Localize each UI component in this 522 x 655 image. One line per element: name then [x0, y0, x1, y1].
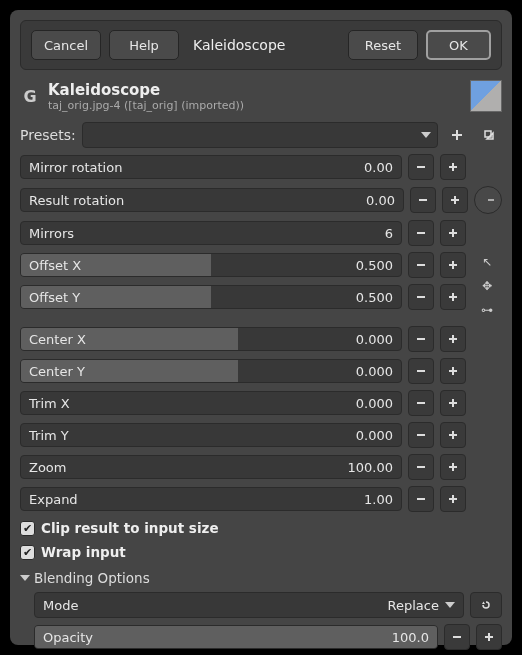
result-rotation-slider[interactable]: Result rotation 0.00 — [20, 188, 404, 212]
gegl-icon: G — [20, 86, 40, 106]
mode-value: Replace — [388, 598, 439, 613]
preview-thumbnail[interactable] — [470, 80, 502, 112]
reset-button[interactable]: Reset — [348, 30, 418, 60]
expand-increment[interactable] — [440, 486, 466, 512]
expand-label: Expand — [21, 492, 78, 507]
offset-y-slider[interactable]: Offset Y0.500 — [20, 285, 402, 309]
clip-label: Clip result to input size — [41, 520, 219, 536]
mirrors-decrement[interactable] — [408, 220, 434, 246]
mode-reset-button[interactable] — [470, 592, 502, 618]
offset-group: Offset X0.500 Offset Y0.500 ↖ ✥ ⊶ — [20, 252, 502, 320]
clip-check-row: ✔ Clip result to input size — [20, 520, 502, 536]
trim-x-value: 0.000 — [356, 396, 401, 411]
wrap-checkbox[interactable]: ✔ — [20, 545, 35, 560]
expand-slider[interactable]: Expand1.00 — [20, 487, 402, 511]
dialog-title: Kaleidoscope — [187, 30, 340, 60]
mirrors-increment[interactable] — [440, 220, 466, 246]
center-x-value: 0.000 — [356, 332, 401, 347]
zoom-label: Zoom — [21, 460, 66, 475]
mode-label: Mode — [43, 598, 78, 613]
zoom-increment[interactable] — [440, 454, 466, 480]
picker-cursor-icon[interactable]: ↖ — [476, 252, 498, 272]
wrap-check-row: ✔ Wrap input — [20, 544, 502, 560]
dialog-window: Cancel Help Kaleidoscope Reset OK G Kale… — [10, 10, 512, 645]
mirrors-row: Mirrors 6 — [20, 220, 502, 246]
opacity-slider[interactable]: Opacity100.0 — [34, 625, 438, 649]
offset-y-row: Offset Y0.500 — [20, 284, 466, 310]
filter-subtitle: taj_orig.jpg-4 ([taj_orig] (imported)) — [48, 99, 244, 112]
trim-x-label: Trim X — [21, 396, 70, 411]
center-y-increment[interactable] — [440, 358, 466, 384]
preset-add-button[interactable] — [444, 122, 470, 148]
result-rotation-label: Result rotation — [21, 193, 124, 208]
presets-label: Presets: — [20, 127, 76, 143]
mode-row: Mode Replace — [34, 592, 502, 618]
trim-x-slider[interactable]: Trim X0.000 — [20, 391, 402, 415]
offset-y-decrement[interactable] — [408, 284, 434, 310]
mirror-rotation-increment[interactable] — [440, 154, 466, 180]
opacity-value: 100.0 — [392, 630, 437, 645]
zoom-row: Zoom100.00 — [20, 454, 502, 480]
mirror-rotation-label: Mirror rotation — [21, 160, 122, 175]
opacity-label: Opacity — [35, 630, 93, 645]
offset-x-label: Offset X — [21, 258, 81, 273]
offset-x-row: Offset X0.500 — [20, 252, 466, 278]
offset-x-value: 0.500 — [356, 258, 401, 273]
help-button[interactable]: Help — [109, 30, 179, 60]
zoom-decrement[interactable] — [408, 454, 434, 480]
cancel-button[interactable]: Cancel — [31, 30, 101, 60]
center-y-decrement[interactable] — [408, 358, 434, 384]
filter-name: Kaleidoscope — [48, 81, 244, 99]
offset-y-increment[interactable] — [440, 284, 466, 310]
presets-combo[interactable] — [82, 122, 438, 148]
mirror-rotation-slider[interactable]: Mirror rotation 0.00 — [20, 155, 402, 179]
mirror-rotation-value: 0.00 — [364, 160, 401, 175]
center-x-slider[interactable]: Center X0.000 — [20, 327, 402, 351]
trim-x-decrement[interactable] — [408, 390, 434, 416]
mirrors-value: 6 — [385, 226, 401, 241]
zoom-slider[interactable]: Zoom100.00 — [20, 455, 402, 479]
trim-y-decrement[interactable] — [408, 422, 434, 448]
offset-x-decrement[interactable] — [408, 252, 434, 278]
mode-combo[interactable]: Mode Replace — [34, 592, 464, 618]
offset-x-slider[interactable]: Offset X0.500 — [20, 253, 402, 277]
presets-row: Presets: — [20, 122, 502, 148]
preset-manage-button[interactable] — [476, 122, 502, 148]
offset-x-increment[interactable] — [440, 252, 466, 278]
opacity-row: Opacity100.0 — [34, 624, 502, 650]
center-y-slider[interactable]: Center Y0.000 — [20, 359, 402, 383]
picker-crosshair-icon[interactable]: ✥ — [476, 276, 498, 296]
expand-row: Expand1.00 — [20, 486, 502, 512]
center-x-increment[interactable] — [440, 326, 466, 352]
offset-picker-column: ↖ ✥ ⊶ — [472, 252, 502, 320]
blending-header[interactable]: Blending Options — [20, 570, 502, 586]
header-text: Kaleidoscope taj_orig.jpg-4 ([taj_orig] … — [48, 81, 244, 112]
wrap-label: Wrap input — [41, 544, 126, 560]
chain-link-icon[interactable]: ⊶ — [476, 300, 498, 320]
expand-decrement[interactable] — [408, 486, 434, 512]
zoom-value: 100.00 — [348, 460, 402, 475]
trim-x-increment[interactable] — [440, 390, 466, 416]
clip-checkbox[interactable]: ✔ — [20, 521, 35, 536]
ok-button[interactable]: OK — [426, 30, 491, 60]
trim-x-row: Trim X0.000 — [20, 390, 502, 416]
center-x-label: Center X — [21, 332, 86, 347]
result-rotation-increment[interactable] — [442, 187, 468, 213]
center-x-row: Center X0.000 — [20, 326, 502, 352]
result-rotation-value: 0.00 — [366, 193, 403, 208]
center-x-decrement[interactable] — [408, 326, 434, 352]
angle-dial[interactable] — [474, 186, 502, 214]
mirror-rotation-decrement[interactable] — [408, 154, 434, 180]
svg-marker-38 — [482, 602, 485, 605]
mirrors-slider[interactable]: Mirrors 6 — [20, 221, 402, 245]
trim-y-slider[interactable]: Trim Y0.000 — [20, 423, 402, 447]
chevron-down-icon — [445, 602, 455, 608]
center-y-label: Center Y — [21, 364, 85, 379]
opacity-increment[interactable] — [476, 624, 502, 650]
result-rotation-decrement[interactable] — [410, 187, 436, 213]
opacity-decrement[interactable] — [444, 624, 470, 650]
mirrors-label: Mirrors — [21, 226, 74, 241]
blending-header-label: Blending Options — [34, 570, 150, 586]
trim-y-increment[interactable] — [440, 422, 466, 448]
chevron-down-icon — [421, 132, 431, 138]
